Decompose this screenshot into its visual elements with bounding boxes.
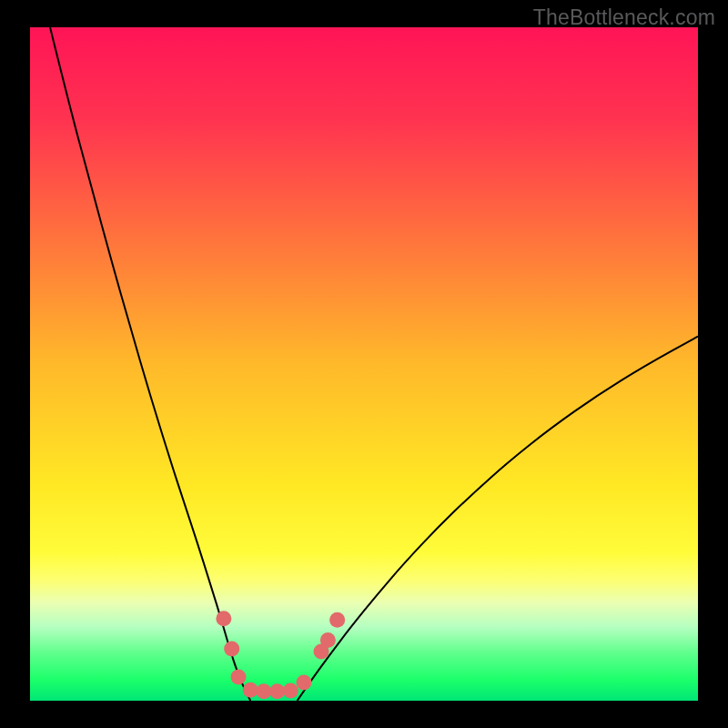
data-marker <box>224 642 239 657</box>
left-bottleneck-curve <box>50 27 250 701</box>
data-marker <box>231 670 247 685</box>
curve-layer <box>30 27 698 701</box>
data-marker <box>216 611 231 626</box>
data-markers <box>216 611 345 699</box>
data-marker <box>256 683 271 699</box>
data-marker <box>329 612 345 628</box>
data-marker <box>269 683 285 699</box>
data-marker <box>243 682 258 698</box>
plot-frame <box>30 27 698 701</box>
data-marker <box>283 682 298 698</box>
right-bottleneck-curve <box>298 337 698 701</box>
data-marker <box>296 675 311 691</box>
watermark-text: TheBottleneck.com <box>533 5 715 30</box>
data-marker <box>320 632 336 648</box>
